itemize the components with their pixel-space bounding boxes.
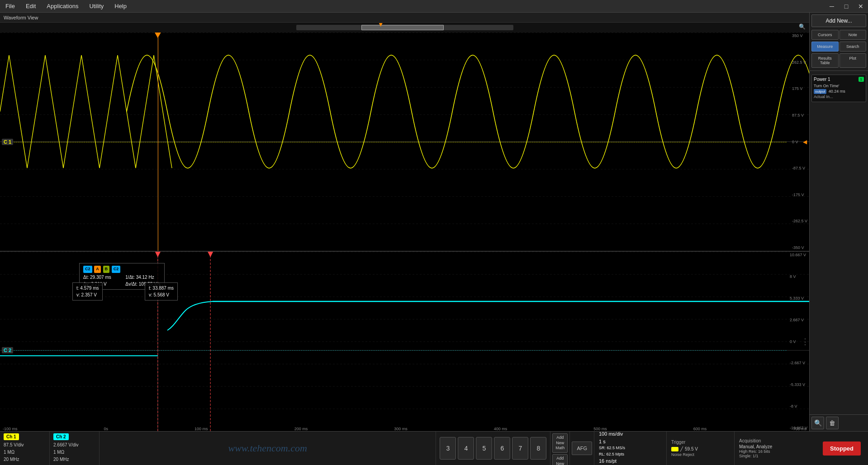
trigger-ch-indicator	[671, 447, 678, 451]
measure-search-row: Measure Search	[810, 41, 868, 52]
menu-utility[interactable]: Utility	[84, 1, 109, 11]
note-button[interactable]: Note	[840, 30, 867, 40]
status-bar: Ch 1 87.5 V/div 1 MΩ 20 MHz Ch 2 2.6667 …	[0, 431, 868, 465]
menu-help[interactable]: Help	[109, 1, 132, 11]
ch2-header[interactable]: Ch 2	[53, 433, 69, 440]
plot-button[interactable]: Plot	[840, 53, 867, 68]
horizontal-section: Horizontal 100 ms/div 1 s SR: 62.5 MS/s …	[594, 432, 666, 465]
menubar: File Edit Applications Utility Help ─ □ …	[0, 0, 868, 13]
panel-separator[interactable]: ⋮	[801, 338, 809, 346]
ch2-details: 2.6667 V/div 1 MΩ 20 MHz	[53, 442, 95, 463]
add-new-button[interactable]: Add New...	[811, 14, 866, 27]
acq-mode: Manual, Analyze	[739, 444, 811, 449]
trigger-section: Trigger ╱ 59.5 V Noise Reject	[666, 432, 734, 465]
power-header: Power 1 1	[814, 77, 864, 82]
zoom-arrow-top: ◀	[803, 139, 807, 145]
bottom-right-icons: 🔍 🗑	[810, 414, 868, 431]
ch1-bandwidth: 20 MHz	[4, 456, 46, 463]
waveform-view-title: Waveform View	[4, 15, 38, 20]
turn-on-time-label[interactable]: Turn On Time'	[814, 84, 864, 88]
waveform-area: Waveform View 🔍	[0, 13, 809, 431]
search-button[interactable]: Search	[840, 42, 867, 52]
ch1-scale: 87.5 V/div	[4, 442, 46, 449]
minimize-button[interactable]: ─	[825, 0, 839, 13]
channel-1-info: Ch 1 87.5 V/div 1 MΩ 20 MHz	[0, 432, 50, 465]
num-btn-3[interactable]: 3	[440, 437, 456, 460]
num-buttons: 3 4 5 6 7 8	[436, 432, 550, 465]
nav-viewport[interactable]	[361, 25, 444, 30]
results-table-button[interactable]: Results Table	[811, 53, 839, 68]
acquisition-title: Acquisition	[739, 438, 811, 443]
power-section: Power 1 1 Turn On Time' output 40.24 ms …	[811, 75, 866, 102]
add-math-button[interactable]: Add New Math	[552, 433, 568, 453]
acquisition-section: Acquisition Manual, Analyze High Res: 16…	[734, 432, 816, 465]
nav-track[interactable]	[296, 25, 513, 30]
horizontal-scale[interactable]: 100 ms/div	[599, 430, 662, 438]
c1-waveform	[0, 33, 809, 251]
power-output-value: output 40.24 ms	[814, 89, 864, 94]
menu-file[interactable]: File	[0, 1, 20, 11]
trigger-noise-reject: Noise Reject	[671, 452, 730, 457]
nav-bar[interactable]: 🔍	[0, 23, 809, 33]
acq-high-res: High Res: 16 bits	[739, 449, 811, 454]
trigger-slope-icon: ╱	[680, 446, 683, 451]
channel-2-info: Ch 2 2.6667 V/div 1 MΩ 20 MHz	[50, 432, 100, 465]
power-badge: 1	[859, 77, 864, 82]
acq-single: Single: 1/1	[739, 454, 811, 458]
close-button[interactable]: ✕	[854, 0, 868, 13]
ch2-bandwidth: 20 MHz	[53, 456, 95, 463]
ch1-header[interactable]: Ch 1	[4, 433, 19, 440]
add-buttons: Add New Math Add New Ref Add New Bus	[550, 432, 569, 465]
divider-1	[810, 70, 868, 71]
watermark: www.tehencom.com	[100, 432, 436, 465]
afg-button[interactable]: AFG	[572, 442, 592, 455]
cursors-note-row: Cursors Note	[810, 29, 868, 41]
channel-2-label[interactable]: C 2	[2, 347, 13, 353]
output-badge: output	[814, 89, 826, 94]
afg-section: AFG	[569, 432, 594, 465]
ch2-impedance: 1 MΩ	[53, 449, 95, 456]
maximize-button[interactable]: □	[839, 0, 854, 13]
waveform-title-bar: Waveform View	[0, 13, 809, 23]
cursors-button[interactable]: Cursors	[811, 30, 839, 40]
stop-section: Stopped	[816, 432, 868, 465]
actual-in-button[interactable]: Actual In...	[814, 94, 864, 100]
trigger-title: Trigger	[671, 440, 730, 445]
measure-button[interactable]: Measure	[811, 42, 839, 52]
ch1-impedance: 1 MΩ	[4, 449, 46, 456]
results-plot-row: Results Table Plot	[810, 52, 868, 69]
num-btn-8[interactable]: 8	[530, 437, 546, 460]
ch1-details: 87.5 V/div 1 MΩ 20 MHz	[4, 442, 46, 463]
num-btn-4[interactable]: 4	[458, 437, 474, 460]
menu-applications[interactable]: Applications	[41, 1, 84, 11]
num-btn-6[interactable]: 6	[494, 437, 510, 460]
ch2-scale: 2.6667 V/div	[53, 442, 95, 449]
num-btn-5[interactable]: 5	[476, 437, 492, 460]
channel-1-label[interactable]: C 1	[2, 139, 13, 145]
horizontal-rl: RL: 62.5 Mpts	[599, 451, 662, 458]
right-panel: Add New... Cursors Note Measure Search R…	[809, 13, 868, 431]
panel-bottom[interactable]: C2 A B C2 Δt: 29.307 ms 1/Δt: 34.12 Hz Δ…	[0, 252, 809, 431]
output-value: 40.24 ms	[829, 89, 845, 94]
horizontal-sample-rate: 16 ns/pt	[599, 457, 662, 465]
horizontal-sr: SR: 62.5 MS/s	[599, 445, 662, 451]
c2-waveform	[0, 252, 809, 431]
add-ref-button[interactable]: Add New Ref	[552, 454, 568, 465]
menu-edit[interactable]: Edit	[20, 1, 41, 11]
stop-button[interactable]: Stopped	[823, 442, 861, 456]
window-controls: ─ □ ✕	[825, 0, 868, 13]
horizontal-record: 1 s	[599, 438, 662, 446]
zoom-icon[interactable]: 🔍	[799, 23, 806, 30]
trigger-level[interactable]: 59.5 V	[685, 446, 698, 451]
waveform-panels: C 1 350 V 262.5 V 175 V 87.5 V 0 V -8	[0, 33, 809, 431]
zoom-icon-button[interactable]: 🔍	[811, 417, 824, 429]
num-btn-7[interactable]: 7	[512, 437, 528, 460]
power-title: Power 1	[814, 77, 830, 82]
trash-icon-button[interactable]: 🗑	[826, 417, 839, 429]
panel-top[interactable]: C 1 350 V 262.5 V 175 V 87.5 V 0 V -8	[0, 33, 809, 252]
